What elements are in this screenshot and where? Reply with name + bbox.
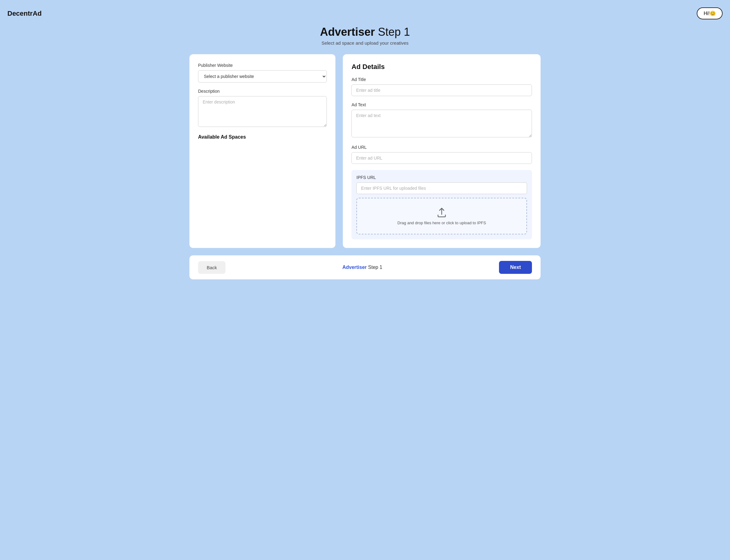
publisher-select[interactable]: Select a publisher website <box>198 70 327 83</box>
next-button[interactable]: Next <box>499 261 532 274</box>
ipfs-url-input[interactable] <box>356 182 527 194</box>
ad-title-group: Ad Title <box>351 77 532 96</box>
description-textarea[interactable] <box>198 96 327 127</box>
upload-icon <box>436 207 447 218</box>
ad-text-group: Ad Text <box>351 102 532 139</box>
ad-title-label: Ad Title <box>351 77 532 82</box>
ipfs-label: IPFS URL <box>356 175 527 180</box>
footer-step-number: Step 1 <box>367 265 383 270</box>
publisher-label: Publisher Website <box>198 63 327 68</box>
main-content: Publisher Website Select a publisher web… <box>189 54 541 248</box>
ad-details-title: Ad Details <box>351 63 532 71</box>
footer-step-bold: Advertiser <box>342 265 367 270</box>
page-title-bold: Advertiser <box>320 26 375 38</box>
page-title-section: Advertiser Step 1 Select ad space and up… <box>7 26 723 46</box>
description-label: Description <box>198 89 327 94</box>
available-ad-spaces-title: Available Ad Spaces <box>198 134 327 140</box>
ad-url-input[interactable] <box>351 152 532 164</box>
ipfs-section: IPFS URL Drag and drop files here or cli… <box>351 170 532 239</box>
right-card: Ad Details Ad Title Ad Text Ad URL IPFS … <box>343 54 541 248</box>
logo: DecentrAd <box>7 10 42 18</box>
ad-title-input[interactable] <box>351 84 532 96</box>
upload-text: Drag and drop files here or click to upl… <box>363 221 520 225</box>
footer-step-text: Advertiser Step 1 <box>342 265 382 270</box>
back-button[interactable]: Back <box>198 261 225 274</box>
hi-button[interactable]: Hi!😊 <box>697 7 723 19</box>
left-card: Publisher Website Select a publisher web… <box>189 54 335 248</box>
ad-url-group: Ad URL <box>351 145 532 164</box>
publisher-group: Publisher Website Select a publisher web… <box>198 63 327 83</box>
footer-bar: Back Advertiser Step 1 Next <box>189 255 541 279</box>
page-subtitle: Select ad space and upload your creative… <box>7 40 723 46</box>
header: DecentrAd Hi!😊 <box>7 7 723 19</box>
description-group: Description <box>198 89 327 128</box>
page-title: Advertiser Step 1 <box>7 26 723 39</box>
upload-zone[interactable]: Drag and drop files here or click to upl… <box>356 198 527 234</box>
page-title-step: Step 1 <box>375 26 410 38</box>
ad-text-textarea[interactable] <box>351 110 532 137</box>
ad-url-label: Ad URL <box>351 145 532 150</box>
ad-text-label: Ad Text <box>351 102 532 107</box>
